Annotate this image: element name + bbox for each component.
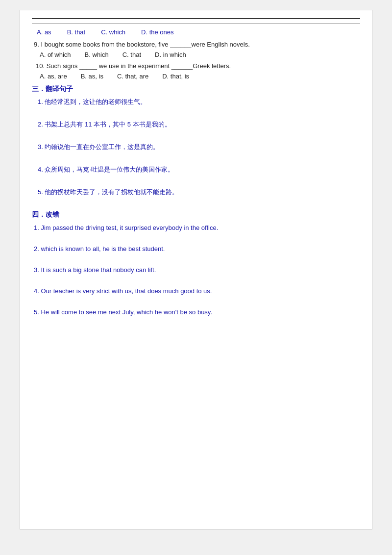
translation-num-5: 5. xyxy=(38,188,43,196)
q10-option-b: B. as, is xyxy=(81,73,103,80)
translation-item-4: 4. 众所周知，马克·吐温是一位伟大的美国作家。 xyxy=(32,165,360,174)
translation-num-3: 3. xyxy=(38,143,43,151)
correction-text-5: He will come to see me next July, which … xyxy=(41,308,212,316)
correction-item-4: 4. Our teacher is very strict with us, t… xyxy=(32,287,360,295)
translation-item-3: 3. 约翰说他一直在办公室工作，这是真的。 xyxy=(32,143,360,151)
correction-text-1: Jim passed the driving test, it surprise… xyxy=(41,224,218,231)
correction-num-2: 2. xyxy=(34,245,39,252)
section4-title: 四．改错 xyxy=(32,210,360,219)
q9-text: 9. I bought some books from the bookstor… xyxy=(32,41,360,48)
correction-text-2: which is known to all, he is the best st… xyxy=(41,245,165,252)
correction-num-5: 5. xyxy=(34,308,39,316)
q9-option-c: C. that xyxy=(122,51,141,58)
correction-item-1: 1. Jim passed the driving test, it surpr… xyxy=(32,224,360,231)
correction-text-3: It is such a big stone that nobody can l… xyxy=(41,266,156,274)
q9-option-b: B. which xyxy=(85,51,109,58)
q8-option-a: A. as xyxy=(37,28,51,36)
q10-options: A. as, are B. as, is C. that, are D. tha… xyxy=(32,73,360,80)
correction-num-1: 1. xyxy=(34,224,39,231)
translation-text-3: 约翰说他一直在办公室工作，这是真的。 xyxy=(45,143,159,151)
q8-option-c: C. which xyxy=(101,28,125,36)
q10-text: 10. Such signs _____ we use in the exper… xyxy=(32,62,360,70)
top-border xyxy=(32,18,360,19)
q9-option-a: A. of which xyxy=(40,51,71,58)
q10-option-c: C. that, are xyxy=(117,73,148,80)
q10-option-d: D. that, is xyxy=(162,73,189,80)
translation-item-5: 5. 他的拐杖昨天丢了，没有了拐杖他就不能走路。 xyxy=(32,188,360,197)
q9-option-d: D. in which xyxy=(155,51,186,58)
q8-option-d: D. the ones xyxy=(141,28,174,36)
translation-text-2: 书架上总共有 11 本书，其中 5 本书是我的。 xyxy=(45,121,171,128)
section4: 四．改错 1. Jim passed the driving test, it … xyxy=(32,210,360,316)
translation-item-2: 2. 书架上总共有 11 本书，其中 5 本书是我的。 xyxy=(32,120,360,129)
translation-num-2: 2. xyxy=(38,121,43,128)
translation-text-5: 他的拐杖昨天丢了，没有了拐杖他就不能走路。 xyxy=(45,188,178,196)
translation-num-4: 4. xyxy=(38,166,43,173)
correction-num-3: 3. xyxy=(34,266,39,274)
section3-title: 三．翻译句子 xyxy=(32,85,360,94)
q10-option-a: A. as, are xyxy=(40,73,67,80)
divider xyxy=(32,23,360,24)
correction-item-5: 5. He will come to see me next July, whi… xyxy=(32,308,360,316)
page-container: A. as B. that C. which D. the ones 9. I … xyxy=(20,10,372,530)
correction-item-2: 2. which is known to all, he is the best… xyxy=(32,245,360,252)
q8-answer-row: A. as B. that C. which D. the ones xyxy=(32,28,360,36)
correction-num-4: 4. xyxy=(34,287,39,295)
q8-option-b: B. that xyxy=(67,28,86,36)
correction-item-3: 3. It is such a big stone that nobody ca… xyxy=(32,266,360,274)
translation-num-1: 1. xyxy=(38,98,43,105)
correction-text-4: Our teacher is very strict with us, that… xyxy=(41,287,212,295)
translation-item-1: 1. 他经常迟到，这让他的老师很生气。 xyxy=(32,98,360,106)
q9-options: A. of which B. which C. that D. in which xyxy=(32,51,360,58)
translation-text-1: 他经常迟到，这让他的老师很生气。 xyxy=(45,98,147,105)
translation-text-4: 众所周知，马克·吐温是一位伟大的美国作家。 xyxy=(45,166,174,173)
